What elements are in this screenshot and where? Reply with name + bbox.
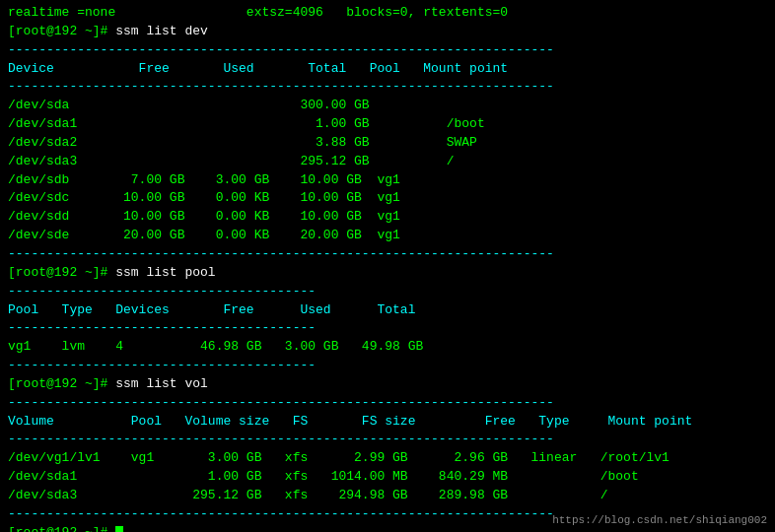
- terminal-line: [root@192 ~]# ssm list pool: [8, 264, 767, 283]
- terminal-line: ----------------------------------------…: [8, 245, 767, 264]
- terminal-line: [root@192 ~]# ssm list vol: [8, 375, 767, 394]
- terminal-line: realtime =none extsz=4096 blocks=0, rtex…: [8, 4, 767, 23]
- terminal-line: /dev/vg1/lv1 vg1 3.00 GB xfs 2.99 GB 2.9…: [8, 449, 767, 468]
- terminal-line: /dev/sde 20.00 GB 0.00 KB 20.00 GB vg1: [8, 227, 767, 245]
- terminal-line: /dev/sda3 295.12 GB /: [8, 153, 767, 171]
- terminal-line: ----------------------------------------…: [8, 431, 767, 449]
- terminal-window: realtime =none extsz=4096 blocks=0, rtex…: [0, 0, 775, 532]
- terminal-line: vg1 lvm 4 46.98 GB 3.00 GB 49.98 GB: [8, 338, 767, 357]
- terminal-line: /dev/sda1 1.00 GB xfs 1014.00 MB 840.29 …: [8, 468, 767, 487]
- terminal-line: Device Free Used Total Pool Mount point: [8, 60, 767, 79]
- terminal-line: ----------------------------------------…: [8, 78, 767, 97]
- terminal-line: /dev/sda 300.00 GB: [8, 97, 767, 115]
- terminal-line: Volume Pool Volume size FS FS size Free …: [8, 413, 767, 432]
- terminal-line: /dev/sdc 10.00 GB 0.00 KB 10.00 GB vg1: [8, 189, 767, 208]
- terminal-line: /dev/sda1 1.00 GB /boot: [8, 115, 767, 134]
- terminal-line: Pool Type Devices Free Used Total: [8, 301, 767, 320]
- terminal-line: [root@192 ~]# ssm list dev: [8, 23, 767, 41]
- terminal-line: ----------------------------------------…: [8, 41, 767, 60]
- terminal-line: ----------------------------------------: [8, 283, 767, 301]
- terminal-line: /dev/sdd 10.00 GB 0.00 KB 10.00 GB vg1: [8, 208, 767, 227]
- terminal-line: /dev/sda3 295.12 GB xfs 294.98 GB 289.98…: [8, 487, 767, 505]
- terminal-line: ----------------------------------------…: [8, 394, 767, 413]
- terminal-line: ----------------------------------------: [8, 357, 767, 375]
- terminal-line: /dev/sda2 3.88 GB SWAP: [8, 134, 767, 153]
- terminal-line: /dev/sdb 7.00 GB 3.00 GB 10.00 GB vg1: [8, 171, 767, 190]
- terminal-line: ----------------------------------------: [8, 319, 767, 338]
- watermark: https://blog.csdn.net/shiqiang002: [552, 514, 767, 526]
